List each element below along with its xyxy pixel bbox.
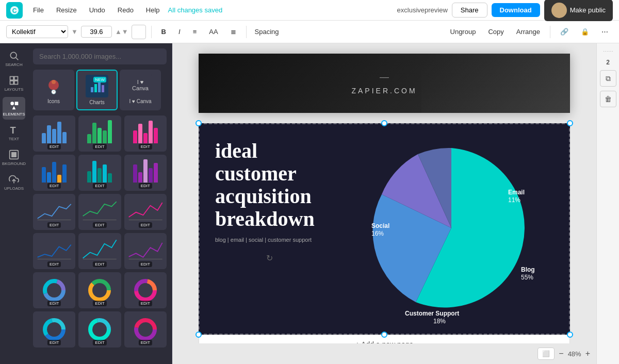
color-picker[interactable] (132, 25, 146, 39)
category-charts-label: Charts (89, 100, 104, 105)
chart-line-blue2[interactable]: EDIT (33, 233, 75, 269)
pie-chart: Email 11% Social 16% Blog 55% Customer S… (356, 133, 547, 323)
desktop-view-btn[interactable]: ⬜ (537, 348, 555, 360)
file-menu[interactable]: File (29, 4, 48, 16)
chart-donut-1[interactable]: EDIT (33, 272, 75, 308)
zapier-banner: — ZAPIER.COM (199, 54, 570, 113)
sidebar-item-text[interactable]: T TEXT (3, 122, 25, 144)
help-btn[interactable]: Help (142, 4, 164, 16)
delete-page-btn[interactable]: 🗑 (600, 91, 616, 107)
sidebar-item-layouts[interactable]: LAYOUTS (3, 72, 25, 95)
resize-btn[interactable]: Resize (52, 4, 81, 16)
charts-row-1: EDIT EDIT (33, 115, 167, 152)
new-badge: NEW (93, 77, 106, 82)
svg-text:55%: 55% (521, 274, 533, 281)
edit-badge-11: EDIT (93, 261, 106, 267)
chart-bar-green[interactable]: EDIT (78, 115, 121, 152)
zoom-out-btn[interactable]: − (559, 349, 563, 358)
edit-badge-6: EDIT (139, 183, 152, 189)
bold-button[interactable]: B (157, 25, 171, 38)
acquisition-subtitle: blog | email | social | customer support (215, 237, 323, 243)
category-canva[interactable]: I ♥ Canva I ♥ Canva (120, 70, 161, 110)
chart-line-purple2[interactable]: EDIT (124, 233, 167, 269)
list-button[interactable]: ≣ (226, 25, 241, 38)
svg-text:C: C (12, 7, 17, 14)
edit-badge-15: EDIT (139, 301, 152, 306)
edit-badge-13: EDIT (47, 301, 61, 306)
copy-button[interactable]: Copy (483, 25, 508, 38)
lock-button[interactable]: 🔒 (576, 25, 594, 38)
chart-bar-blue2[interactable]: EDIT (33, 155, 75, 191)
svg-rect-13 (11, 152, 17, 157)
charts-row-3: EDIT EDIT EDIT (33, 194, 167, 230)
edit-badge-4: EDIT (47, 183, 61, 189)
chart-bar-blue[interactable]: EDIT (33, 115, 75, 152)
panel-search-input[interactable] (33, 48, 167, 64)
page-2-right: Email 11% Social 16% Blog 55% Customer S… (334, 124, 569, 334)
svg-rect-6 (10, 81, 14, 85)
chart-bar-pink[interactable]: EDIT (124, 115, 167, 152)
edit-badge-12: EDIT (139, 261, 152, 267)
svg-text:Social: Social (371, 222, 389, 229)
undo-btn[interactable]: Undo (85, 4, 109, 16)
chart-line-green[interactable]: EDIT (78, 194, 121, 230)
chart-bar-purple[interactable]: EDIT (124, 155, 167, 191)
svg-rect-7 (14, 81, 18, 85)
align-button[interactable]: ≡ (188, 25, 202, 38)
chart-line-blue[interactable]: EDIT (33, 194, 75, 230)
elements-panel: 🕐 Icons NEW Charts I ♥ Ca (28, 43, 172, 364)
download-button[interactable]: Download (492, 3, 540, 17)
svg-text:Email: Email (508, 189, 525, 196)
italic-button[interactable]: I (174, 25, 185, 38)
chart-donut-2[interactable]: EDIT (78, 272, 121, 308)
edit-badge-17: EDIT (93, 340, 106, 345)
edit-badge-10: EDIT (47, 261, 61, 267)
spacing-label: Spacing (252, 28, 282, 36)
charts-row-5: EDIT EDIT EDIT (33, 272, 167, 308)
sidebar-item-bkground[interactable]: BKGROUND (3, 146, 25, 169)
toolbar: Kollektif ▼ ▲▼ B I ≡ AA ≣ Spacing Ungrou… (0, 21, 619, 43)
edit-badge-3: EDIT (139, 144, 152, 150)
chart-line-teal2[interactable]: EDIT (78, 233, 121, 269)
case-button[interactable]: AA (204, 25, 222, 38)
redo-btn[interactable]: Redo (113, 4, 138, 16)
arrange-button[interactable]: Arrange (512, 25, 545, 38)
make-public-button[interactable]: Make public (544, 0, 613, 21)
chart-line-pink[interactable]: EDIT (124, 194, 167, 230)
sidebar-item-elements[interactable]: ELEMENTS (3, 97, 25, 120)
chart-donut-6[interactable]: EDIT (124, 311, 167, 348)
share-button[interactable]: Share (452, 3, 487, 18)
preview-label: exclusivepreview (397, 6, 448, 14)
sidebar-item-uploads[interactable]: UPLOADS (3, 171, 25, 194)
chart-donut-5[interactable]: EDIT (78, 311, 121, 348)
ungroup-button[interactable]: Ungroup (446, 25, 481, 38)
svg-text:🕐: 🕐 (51, 89, 56, 94)
font-size-input[interactable] (81, 26, 112, 38)
saved-status: All changes saved (168, 6, 393, 14)
category-canva-label: I ♥ Canva (129, 98, 151, 104)
edit-badge-14: EDIT (93, 301, 106, 306)
svg-rect-21 (102, 85, 104, 92)
bottom-bar: ⬜ − 48% + (172, 343, 596, 364)
link-button[interactable]: 🔗 (556, 25, 573, 38)
charts-row-2: EDIT EDIT (33, 155, 167, 191)
category-charts[interactable]: NEW Charts (76, 70, 118, 110)
chart-donut-3[interactable]: EDIT (124, 272, 167, 308)
duplicate-page-btn[interactable]: ⧉ (600, 70, 616, 87)
svg-rect-20 (98, 82, 101, 92)
edit-badge-1: EDIT (47, 144, 61, 150)
top-nav: C File Resize Undo Redo Help All changes… (0, 0, 619, 21)
sidebar-item-search[interactable]: SEARCH (3, 47, 25, 70)
chart-bar-teal[interactable]: EDIT (78, 155, 121, 191)
chart-donut-4[interactable]: EDIT (33, 311, 75, 348)
more-button[interactable]: ⋯ (597, 25, 613, 38)
font-select[interactable]: Kollektif (6, 25, 68, 38)
svg-rect-5 (14, 77, 18, 80)
zoom-in-btn[interactable]: + (585, 349, 590, 358)
category-icons[interactable]: 🕐 Icons (33, 70, 74, 110)
svg-text:16%: 16% (371, 230, 384, 237)
canva-logo[interactable]: C (6, 2, 23, 19)
canvas-area[interactable]: — ZAPIER.COM ideal customer (172, 43, 596, 364)
svg-text:18%: 18% (433, 318, 446, 323)
right-panel: ⋯⋯ 2 ⧉ 🗑 (596, 43, 619, 364)
